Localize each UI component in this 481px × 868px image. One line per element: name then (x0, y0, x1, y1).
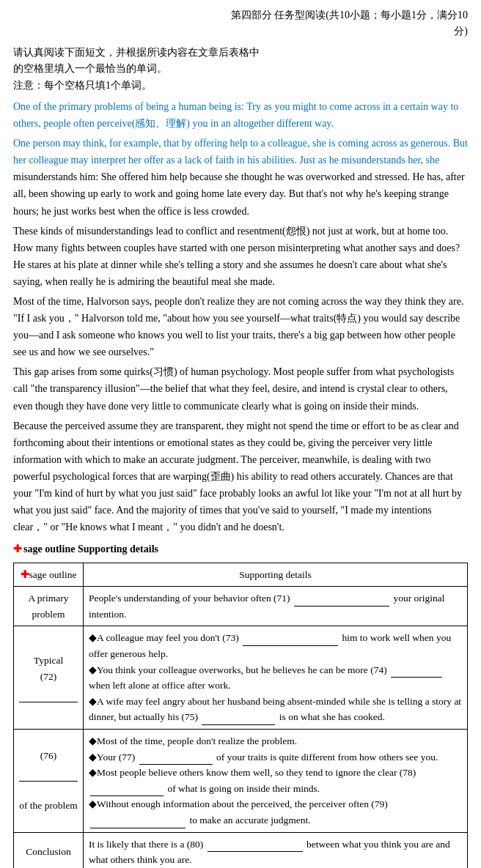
outline-label-2: Typical(72) (19, 653, 78, 702)
table-row: (76) of the problem ◆Most of the time, p… (14, 730, 468, 833)
supporting-cell-4: It is likely that there is a (80) betwee… (84, 832, 468, 868)
table-row: Typical(72) ◆A colleague may feel you do… (14, 626, 468, 730)
supporting-cell-1: People's understanding of your behavior … (84, 587, 468, 626)
header-line1: 第四部分 任务型阅读(共10小题；每小题1分，满分10 (231, 10, 468, 21)
outline-cell-3: (76) of the problem (14, 730, 84, 833)
outline-table: ✚sage outline Supporting details A prima… (13, 563, 468, 868)
para2-black: misunderstands him: She offered him help… (13, 171, 465, 216)
bullet-3-4: ◆Without enough information about the pe… (89, 796, 462, 828)
bullet-2-2: ◆You think your colleague overworks, but… (89, 662, 462, 694)
instruction1: 请认真阅读下面短文，并根据所读内容在文章后表格中 (13, 45, 468, 61)
passage-block: One of the primary problems of being a h… (13, 98, 468, 535)
table-header-outline: ✚sage outline (14, 563, 84, 587)
para3: These kinds of misunderstandings lead to… (13, 226, 460, 287)
header-line2: 分) (454, 26, 468, 37)
outline-label-4: Conclusion (19, 844, 78, 860)
bullet-3-1: ◆Most of the time, people don't realize … (89, 733, 462, 749)
table-header-outline-icon: ✚ (21, 569, 29, 580)
outline-label-1: A primaryproblem (19, 590, 78, 622)
table-row: A primaryproblem People's understanding … (14, 587, 468, 626)
instruction3: 注意：每个空格只填1个单词。 (13, 78, 468, 94)
supporting-cell-2: ◆A colleague may feel you don't (73) him… (84, 626, 468, 730)
bullet-3-3: ◆Most people believe others know them we… (89, 765, 462, 796)
para1: One of the primary problems of being a h… (13, 101, 458, 129)
supporting-cell-3: ◆Most of the time, people don't realize … (84, 730, 468, 833)
bullet-2-3: ◆A wife may feel angry about her husband… (89, 694, 462, 725)
outline-label-3: (76) of the problem (19, 748, 78, 813)
instruction2: 的空格里填入一个最恰当的单词。 (13, 61, 468, 77)
bullet-3-2: ◆Your (77) of your traits is quite diffe… (89, 749, 462, 765)
header-section: 第四部分 任务型阅读(共10小题；每小题1分，满分10 分) 请认真阅读下面短文… (13, 7, 468, 94)
outline-title: ✚sage outline Supporting details (13, 541, 468, 557)
table-header-supporting: Supporting details (84, 563, 468, 587)
plus-icon: ✚ (13, 544, 22, 554)
para4: Most of the time, Halvorson says, people… (13, 296, 463, 357)
table-row: Conclusion It is likely that there is a … (14, 832, 468, 868)
outline-cell-1: A primaryproblem (14, 587, 84, 626)
outline-cell-2: Typical(72) (14, 626, 84, 730)
para2-blue: One person may think, for example, that … (13, 138, 468, 166)
bullet-2-1: ◆A colleague may feel you don't (73) him… (89, 630, 462, 661)
outline-title-text: sage outline Supporting details (23, 544, 158, 554)
para6: Because the perceived assume they are tr… (13, 420, 462, 533)
outline-cell-4: Conclusion (14, 832, 84, 868)
para5: This gap arises from some quirks(习惯) of … (13, 366, 454, 411)
